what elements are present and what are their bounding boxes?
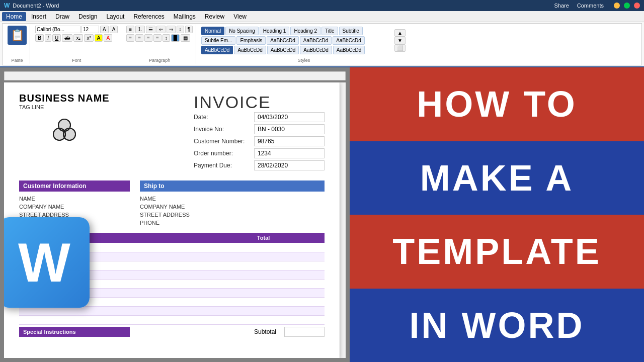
thumbnail-panel: HOW TO MAKE A TEMPLATE IN WORD [350, 67, 644, 362]
underline-btn[interactable]: U [52, 34, 61, 42]
main-area: BUSINESS NAME TAG LINE [0, 67, 644, 362]
menu-insert[interactable]: Insert [27, 12, 50, 21]
paragraph-label: Paragraph [149, 58, 170, 63]
thumb-text-3: TEMPLATE [388, 229, 605, 274]
menu-review[interactable]: Review [201, 12, 228, 21]
style-extra1-btn[interactable]: AaBbCcDd [267, 36, 298, 45]
document[interactable]: BUSINESS NAME TAG LINE [4, 82, 340, 358]
paste-label: Paste [11, 58, 23, 63]
align-center-btn[interactable]: ≡ [135, 34, 143, 42]
payment-due-label: Payment Due: [194, 162, 254, 169]
company-logo [49, 116, 79, 146]
align-justify-btn[interactable]: ≡ [153, 34, 162, 42]
font-size-input[interactable] [82, 26, 99, 33]
subtotal-row: Special Instructions Subtotal [19, 327, 325, 337]
logo-area [19, 116, 110, 150]
multilevel-btn[interactable]: ☰ [146, 26, 155, 33]
italic-btn[interactable]: I [45, 34, 51, 42]
invoice-no-value[interactable]: BN - 0030 [254, 124, 325, 134]
superscript-btn[interactable]: x² [84, 34, 93, 42]
word-icon-bg: W [4, 217, 90, 308]
sort-btn[interactable]: ↕ [177, 26, 184, 33]
thumb-row-4: IN WORD [350, 289, 644, 363]
font-color-btn[interactable]: A [104, 34, 112, 42]
customer-number-label: Customer Number: [194, 138, 254, 145]
customer-info-header: Customer Information [19, 180, 130, 192]
style-extra2-btn[interactable]: AaBbCcDd [300, 36, 332, 45]
date-value[interactable]: 04/03/2020 [254, 112, 325, 122]
customer-name: NAME [19, 195, 130, 203]
styles-scroll-up-btn[interactable]: ▲ [394, 29, 406, 37]
style-heading2-btn[interactable]: Heading 2 [290, 27, 320, 35]
ribbon-group-clipboard: 📋 Paste [5, 25, 30, 64]
menu-mailings[interactable]: Mailings [170, 12, 200, 21]
right-section: Ship to NAME COMPANY NAME STREET ADDRESS… [140, 180, 325, 227]
comments-btn[interactable]: Comments [577, 3, 604, 9]
numbering-btn[interactable]: 1. [135, 26, 144, 33]
style-subtitle-btn[interactable]: Subtitle [339, 27, 363, 35]
menu-draw[interactable]: Draw [51, 12, 73, 21]
minimize-btn[interactable] [614, 3, 620, 9]
thumb-text-2: MAKE A [416, 156, 578, 200]
font-family-input[interactable] [35, 26, 80, 33]
styles-more-btn[interactable]: ⬜ [394, 44, 406, 52]
style-no-spacing-btn[interactable]: No Spacing [225, 27, 259, 35]
thumb-text-1: HOW TO [413, 82, 581, 126]
style-normal-btn[interactable]: Normal [201, 27, 224, 35]
ribbon: 📋 Paste A A B I U ab x₂ x² A [0, 22, 644, 67]
document-scrollbar[interactable] [340, 82, 346, 358]
bold-btn[interactable]: B [35, 34, 44, 42]
special-instructions-label: Special Instructions [19, 327, 130, 337]
shading-btn[interactable]: █ [171, 34, 180, 42]
menu-view[interactable]: View [229, 12, 251, 21]
style-extra3-btn[interactable]: AaBbCcDd [333, 36, 364, 45]
date-label: Date: [194, 114, 254, 121]
menu-layout[interactable]: Layout [102, 12, 128, 21]
subtotal-box[interactable] [284, 327, 325, 337]
business-name: BUSINESS NAME [19, 93, 110, 104]
highlight-btn[interactable]: A [95, 34, 103, 42]
share-btn[interactable]: Share [554, 3, 569, 9]
customer-company: COMPANY NAME [19, 203, 130, 211]
paste-button[interactable]: 📋 [8, 26, 27, 45]
ribbon-group-paragraph: ≡ 1. ☰ ⇐ ⇒ ↕ ¶ ≡ ≡ ≡ ≡ ↕ █ ▦ P [123, 25, 196, 64]
menu-home[interactable]: Home [2, 12, 26, 21]
font-shrink-btn[interactable]: A [110, 26, 118, 33]
ship-street: STREET ADDRESS [140, 211, 325, 219]
style-extra4-btn[interactable]: AaBbCcDd [201, 46, 233, 54]
show-formatting-btn[interactable]: ¶ [185, 26, 193, 33]
style-extra6-btn[interactable]: AaBbCcDd [267, 46, 299, 54]
table-total-header: Total [202, 233, 325, 243]
style-heading1-btn[interactable]: Heading 1 [260, 27, 290, 35]
menu-design[interactable]: Design [74, 12, 101, 21]
indent-increase-btn[interactable]: ⇒ [167, 26, 176, 33]
maximize-btn[interactable] [624, 3, 630, 9]
ship-company: COMPANY NAME [140, 203, 325, 211]
strikethrough-btn[interactable]: ab [62, 34, 72, 42]
bullets-btn[interactable]: ≡ [126, 26, 134, 33]
invoice-header: BUSINESS NAME TAG LINE [19, 93, 325, 172]
order-number-value[interactable]: 1234 [254, 148, 325, 158]
thumb-row-1: HOW TO [350, 67, 644, 141]
style-emphasis-btn[interactable]: Emphasis [236, 36, 266, 45]
style-subtle-em-btn[interactable]: Subtle Em... [201, 36, 235, 45]
thumb-row-3: TEMPLATE [350, 215, 644, 289]
style-extra5-btn[interactable]: AaBbCcDd [234, 46, 266, 54]
style-extra7-btn[interactable]: AaBbCcDd [300, 46, 332, 54]
subscript-btn[interactable]: x₂ [73, 34, 83, 42]
style-title-btn[interactable]: Title [321, 27, 338, 35]
styles-scroll-down-btn[interactable]: ▼ [394, 37, 406, 44]
menu-references[interactable]: References [129, 12, 168, 21]
word-icon-letter: W [18, 235, 70, 290]
align-right-btn[interactable]: ≡ [144, 34, 152, 42]
ship-to-header: Ship to [140, 180, 325, 192]
line-spacing-btn[interactable]: ↕ [163, 34, 170, 42]
borders-btn[interactable]: ▦ [181, 34, 190, 42]
customer-number-value[interactable]: 98765 [254, 136, 325, 146]
style-extra8-btn[interactable]: AaBbCcDd [333, 46, 365, 54]
font-grow-btn[interactable]: A [100, 26, 109, 33]
close-btn[interactable] [634, 3, 640, 9]
align-left-btn[interactable]: ≡ [126, 34, 134, 42]
indent-decrease-btn[interactable]: ⇐ [156, 26, 166, 33]
payment-due-value[interactable]: 28/02/2020 [254, 160, 325, 170]
